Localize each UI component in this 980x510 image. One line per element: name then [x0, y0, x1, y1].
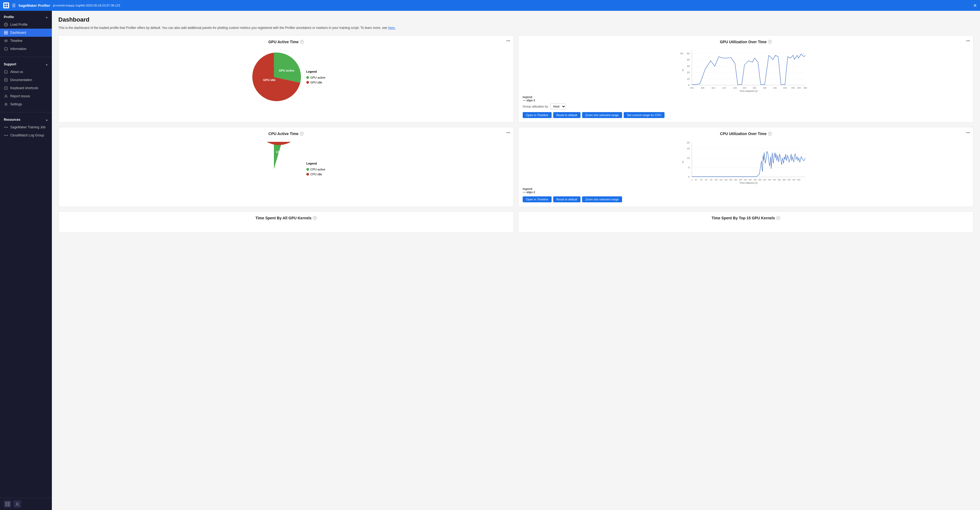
cpu-active-legend-idle: CPU idle	[306, 173, 325, 176]
app-logo	[3, 2, 9, 8]
svg-text:140: 140	[724, 179, 727, 181]
group-utilization: Group utilization by Host GPU	[523, 103, 969, 110]
sidebar: Profile ▲ Load Profile	[0, 11, 52, 510]
svg-text:380: 380	[783, 179, 786, 181]
gpu-active-menu[interactable]: •••	[506, 39, 510, 43]
gpu-active-pie-area: GPU idle GPU active Legend GPU active GP…	[63, 47, 509, 107]
gpu-utilization-card: GPU Utilization Over Time ? •••	[518, 35, 974, 122]
svg-text:Time elapsed (s): Time elapsed (s)	[740, 181, 758, 184]
svg-text:220: 220	[744, 179, 747, 181]
sidebar-item-information[interactable]: i Information	[0, 45, 52, 53]
menu-icon[interactable]: ☰	[12, 3, 16, 8]
gpu-reset-default-button[interactable]: Reset to default	[553, 112, 581, 118]
svg-text:60: 60	[705, 179, 707, 181]
svg-point-31	[16, 503, 18, 504]
svg-text:40: 40	[700, 179, 702, 181]
svg-rect-6	[6, 31, 8, 32]
svg-text:100: 100	[714, 179, 718, 181]
cpu-reset-default-button[interactable]: Reset to default	[553, 196, 581, 202]
svg-rect-8	[6, 33, 8, 34]
close-button[interactable]: ✕	[973, 3, 977, 8]
sidebar-item-keyboard[interactable]: ? Keyboard shortcuts	[0, 84, 52, 92]
svg-text:20: 20	[695, 179, 697, 181]
svg-text:CPU active: CPU active	[276, 151, 290, 154]
svg-text:50: 50	[687, 52, 690, 55]
topbar-left: ☰ SageMaker Profiler pt-resnet-smppy-1xg…	[3, 2, 120, 8]
sidebar-item-cloudwatch[interactable]: CloudWatch Log Group	[0, 131, 52, 140]
sidebar-item-settings[interactable]: Settings	[0, 100, 52, 108]
group-util-select[interactable]: Host GPU	[550, 103, 566, 110]
svg-text:340: 340	[773, 87, 777, 89]
here-link[interactable]: here.	[388, 26, 395, 30]
gpu-open-timeline-button[interactable]: Open in Timeline	[523, 112, 552, 118]
sidebar-bottom-icon-1[interactable]	[4, 500, 11, 508]
svg-rect-2	[4, 6, 6, 7]
cpu-zoom-button[interactable]: Zoom into selected range	[582, 196, 622, 202]
svg-text:315: 315	[722, 87, 726, 89]
cpu-open-timeline-button[interactable]: Open in Timeline	[523, 196, 552, 202]
svg-text:300: 300	[690, 87, 694, 89]
support-section: Support ▲ i About us Documentation ? Key…	[0, 58, 52, 111]
sidebar-item-timeline[interactable]: Timeline	[0, 37, 52, 45]
gpu-set-cpu-button[interactable]: Set current range for CPU	[624, 112, 665, 118]
svg-text:40: 40	[687, 58, 690, 61]
cpu-active-legend-active: CPU active	[306, 168, 325, 171]
gpu-utilization-svg: 0 10 20 30 40 50 60 % 300 305 310 315	[523, 47, 969, 93]
cpu-util-help-icon[interactable]: ?	[768, 132, 772, 136]
svg-text:10: 10	[687, 78, 690, 80]
svg-text:0: 0	[688, 84, 690, 86]
dashboard-grid: GPU Active Time ? ••• GPU idle GPU activ	[58, 35, 974, 233]
top-gpu-kernels-card: Time Spent By Top 15 GPU Kernels ?	[518, 211, 974, 233]
chevron-up-icon-2: ▲	[45, 63, 48, 66]
svg-text:320: 320	[733, 87, 737, 89]
gpu-utilization-chart: 0 10 20 30 40 50 60 % 300 305 310 315	[523, 47, 969, 94]
svg-text:30: 30	[687, 65, 690, 68]
cpu-utilization-svg: 0 5 10 15 20 % 0 20 40 60 80 100	[523, 139, 969, 185]
top-gpu-kernels-help-icon[interactable]: ?	[776, 216, 780, 220]
cpu-legend-title: Legend	[306, 162, 325, 165]
cpu-util-menu[interactable]: •••	[966, 130, 970, 135]
gpu-kernels-help-icon[interactable]: ?	[313, 216, 317, 220]
settings-icon	[4, 102, 8, 106]
cpu-active-dot	[306, 168, 309, 171]
sidebar-item-dashboard[interactable]: Dashboard	[0, 29, 52, 37]
sidebar-item-training-job[interactable]: SageMaker Training Job	[0, 123, 52, 131]
gpu-utilization-title: GPU Utilization Over Time ?	[523, 40, 969, 44]
svg-text:15: 15	[687, 147, 690, 150]
chevron-up-icon: ▲	[45, 16, 48, 19]
svg-text:320: 320	[768, 179, 771, 181]
page-description: This is the dashboard of the loaded prof…	[58, 25, 974, 30]
gpu-util-menu[interactable]: •••	[966, 39, 970, 43]
svg-text:160: 160	[729, 179, 732, 181]
gpu-active-help-icon[interactable]: ?	[300, 40, 304, 44]
cpu-active-menu[interactable]: •••	[506, 130, 510, 135]
report-label: Report issuus	[10, 94, 30, 98]
svg-rect-0	[4, 3, 6, 5]
dashboard-label: Dashboard	[10, 31, 26, 35]
svg-rect-3	[6, 6, 8, 7]
timeline-label: Timeline	[10, 39, 22, 43]
svg-rect-29	[6, 505, 7, 506]
cpu-utilization-card: CPU Utilization Over Time ? •••	[518, 127, 974, 207]
gpu-legend-title: Legend	[306, 70, 326, 73]
gpu-active-time-title: GPU Active Time ?	[63, 40, 509, 44]
sidebar-bottom-icon-2[interactable]	[14, 500, 21, 508]
cpu-active-legend: Legend CPU active CPU idle	[306, 162, 325, 176]
cpu-active-help-icon[interactable]: ?	[300, 132, 304, 136]
svg-text:360: 360	[778, 179, 781, 181]
svg-text:345: 345	[783, 87, 787, 89]
svg-text:0: 0	[688, 176, 690, 178]
job-id: pt-resnet-smppy-1xg4dn-2023-05-19-23-07-…	[53, 4, 120, 7]
sidebar-item-documentation[interactable]: Documentation	[0, 76, 52, 84]
training-job-label: SageMaker Training Job	[10, 126, 45, 129]
svg-text:335: 335	[763, 87, 767, 89]
sidebar-item-about[interactable]: i About us	[0, 68, 52, 76]
gpu-zoom-button[interactable]: Zoom into selected range	[582, 112, 622, 118]
sidebar-item-load-profile[interactable]: Load Profile	[0, 21, 52, 29]
svg-text:GPU active: GPU active	[279, 69, 294, 72]
svg-text:325: 325	[743, 87, 746, 89]
sidebar-item-report[interactable]: Report issuus	[0, 92, 52, 100]
gpu-util-help-icon[interactable]: ?	[768, 40, 772, 44]
svg-rect-1	[6, 3, 8, 5]
gpu-active-legend: Legend GPU active GPU idle	[306, 70, 326, 84]
